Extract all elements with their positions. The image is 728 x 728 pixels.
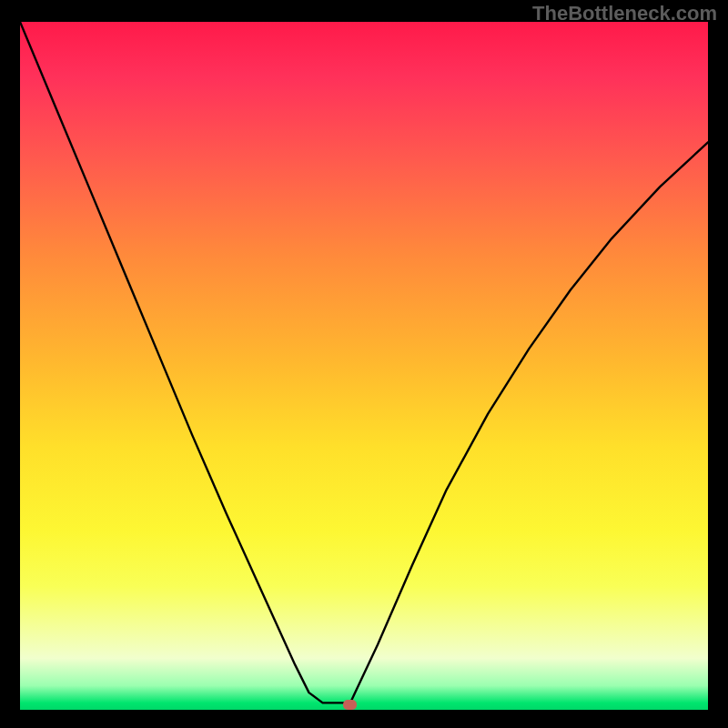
curve-path <box>20 22 708 703</box>
plot-area <box>20 22 708 710</box>
optimal-point-marker <box>343 700 357 710</box>
chart-frame: TheBottleneck.com <box>0 0 728 728</box>
bottleneck-curve <box>20 22 708 710</box>
